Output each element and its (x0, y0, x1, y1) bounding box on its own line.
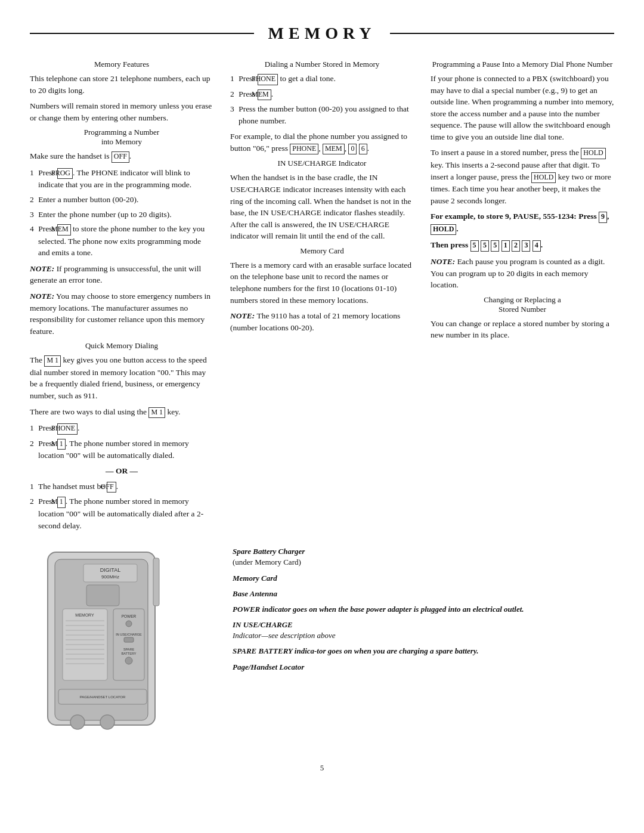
col2-memcard-body: There is a memory card with an erasable … (230, 259, 414, 306)
quick-steps: 1 Press PHONE. 2 Press M 1. The phone nu… (30, 422, 213, 462)
label-base-antenna: Base Antenna (233, 589, 614, 599)
svg-text:PAGE/HANDSET LOCATOR: PAGE/HANDSET LOCATOR (80, 695, 126, 699)
mem-key-2: MEM (258, 89, 271, 101)
svg-rect-20 (124, 637, 134, 642)
m1-key-3: M 1 (57, 439, 66, 450)
m1-key-4: M 1 (57, 497, 66, 508)
col1-para1: This telephone can store 21 telephone nu… (30, 73, 213, 96)
col2-step-3: 3 Press the number button (00-20) you as… (230, 103, 414, 126)
col2-step-2: 2 Press MEM. (230, 88, 414, 101)
phone-key-ex: PHONE (290, 144, 318, 155)
then-2: 2 (512, 240, 520, 252)
column-2: Dialing a Number Stored in Memory 1 Pres… (222, 60, 422, 535)
col1-section1-title: Memory Features (30, 60, 213, 69)
svg-text:IN USE/CHARGE: IN USE/CHARGE (116, 633, 142, 636)
col2-example: For example, to dial the phone number yo… (230, 131, 414, 154)
svg-point-26 (70, 715, 85, 729)
col3-note-pause: NOTE: Each pause you program is counted … (431, 256, 614, 291)
quick-step-1: 1 Press PHONE. (30, 422, 213, 435)
svg-point-23 (125, 657, 132, 664)
header-line-left (30, 33, 254, 34)
phone-key-1: PHONE (57, 423, 78, 435)
nine-key-ex: 9 (599, 212, 607, 223)
phone-diagram-svg: DIGITAL 900MHz MEMORY POWER I (30, 546, 203, 743)
col1-section2-title: Programming a Numberinto Memory (30, 128, 213, 147)
hold-key-2: HOLD (531, 172, 556, 184)
col1-steps: 1 Press PROG. The PHONE indicator will b… (30, 167, 213, 259)
hold-key-1: HOLD (581, 148, 605, 159)
col1-m1-intro: The M 1 key gives you one button access … (30, 354, 213, 401)
page-title: Memory (254, 24, 391, 43)
or-step-2: 2 Press M 1. The phone number stored in … (30, 496, 213, 531)
quick-step-2: 2 Press M 1. The phone number stored in … (30, 438, 213, 462)
then-5a: 5 (470, 240, 479, 252)
step-1: 1 Press PROG. The PHONE indicator will b… (30, 167, 213, 191)
off-key: OFF (112, 151, 129, 163)
zero-key-ex: 0 (348, 144, 357, 155)
then-5b: 5 (481, 240, 489, 252)
svg-text:SPARE: SPARE (123, 648, 135, 651)
phone-key-2: PHONE (258, 74, 278, 85)
step-3: 3 Enter the phone number (up to 20 digit… (30, 209, 213, 221)
digital-text: DIGITAL (100, 567, 120, 573)
col1-note2: NOTE: You may choose to store emergency … (30, 290, 213, 337)
col2-section3-title: Memory Card (230, 246, 414, 256)
header-line-right (390, 33, 614, 34)
col2-step-1: 1 Press PHONE to get a dial tone. (230, 73, 414, 85)
step-2: 2 Enter a number button (00-20). (30, 194, 213, 206)
col3-section1-title: Programming a Pause Into a Memory Dial P… (431, 60, 614, 69)
svg-text:BATTERY: BATTERY (122, 652, 137, 655)
bottom-area: DIGITAL 900MHz MEMORY POWER I (30, 546, 614, 745)
svg-rect-16 (113, 609, 144, 680)
col2-inuse-body: When the handset is in the base cradle, … (230, 172, 414, 241)
label-spare-charger: Spare Battery Charger (under Memory Card… (233, 546, 614, 568)
svg-rect-28 (153, 558, 159, 606)
label-page-locator: Page/Handset Locator (233, 662, 614, 673)
off-key-2: OFF (107, 482, 116, 493)
diagram-labels: Spare Battery Charger (under Memory Card… (227, 546, 614, 745)
prog-key: PROG (57, 168, 73, 179)
hold-key-ex: HOLD (431, 224, 456, 236)
label-spare-battery: SPARE BATTERY indica-tor goes on when yo… (233, 646, 614, 657)
col2-section2-title: IN USE/CHARGE Indicator (230, 159, 414, 168)
page-number: 5 (30, 763, 614, 773)
col3-section3-title: Changing or Replacing aStored Number (431, 295, 614, 314)
then-5c: 5 (491, 240, 499, 252)
label-power-indicator: POWER indicator goes on when the base po… (233, 604, 614, 615)
col3-example-heading: For example, to store 9, PAUSE, 555-1234… (431, 210, 614, 235)
column-3: Programming a Pause Into a Memory Dial P… (422, 60, 614, 535)
or-step-1: 1 The handset must be OFF. (30, 481, 213, 493)
col1-section3-title: Quick Memory Dialing (30, 341, 213, 351)
col3-hold-body: To insert a pause in a stored number, pr… (431, 147, 614, 206)
svg-point-18 (126, 621, 132, 627)
col1-handset-intro: Make sure the handset is OFF. (30, 150, 213, 163)
mem-key-ex: MEM (323, 144, 345, 155)
col1-para2: Numbers will remain stored in memory unl… (30, 100, 213, 123)
col2-note-9110: NOTE: The 9110 has a total of 21 memory … (230, 310, 414, 333)
freq-text: 900MHz (101, 574, 119, 580)
m1-key-2: M 1 (148, 407, 165, 419)
col3-change-body: You can change or replace a stored numbe… (431, 318, 614, 341)
m1-key-1: M 1 (44, 355, 61, 367)
or-divider: — OR — (30, 466, 213, 476)
col1-m1-ways: There are two ways to dial using the M 1… (30, 406, 213, 419)
col1-note1: NOTE: If programming is unsuccessful, th… (30, 263, 213, 286)
svg-text:POWER: POWER (122, 614, 137, 618)
label-in-use-charge: IN USE/CHARGE Indicator—see description … (233, 620, 614, 641)
step-4: 4 Press MEM to store the phone number to… (30, 223, 213, 259)
col2-dial-steps: 1 Press PHONE to get a dial tone. 2 Pres… (230, 73, 414, 126)
svg-text:MEMORY: MEMORY (75, 613, 94, 617)
column-1: Memory Features This telephone can store… (30, 60, 222, 535)
page-header: Memory (30, 24, 614, 43)
phone-diagram-col: DIGITAL 900MHz MEMORY POWER I (30, 546, 215, 745)
then-4: 4 (532, 240, 541, 252)
then-1: 1 (501, 240, 510, 252)
svg-rect-3 (86, 585, 119, 606)
svg-point-27 (100, 715, 114, 729)
col3-then-press: Then press 5 5 5 1 2 3 4. (431, 239, 614, 252)
or-steps: 1 The handset must be OFF. 2 Press M 1. … (30, 481, 213, 531)
label-memory-card: Memory Card (233, 573, 614, 584)
col2-section1-title: Dialing a Number Stored in Memory (230, 60, 414, 69)
then-3: 3 (522, 240, 530, 252)
col3-pbx-body: If your phone is connected to a PBX (swi… (431, 73, 614, 143)
